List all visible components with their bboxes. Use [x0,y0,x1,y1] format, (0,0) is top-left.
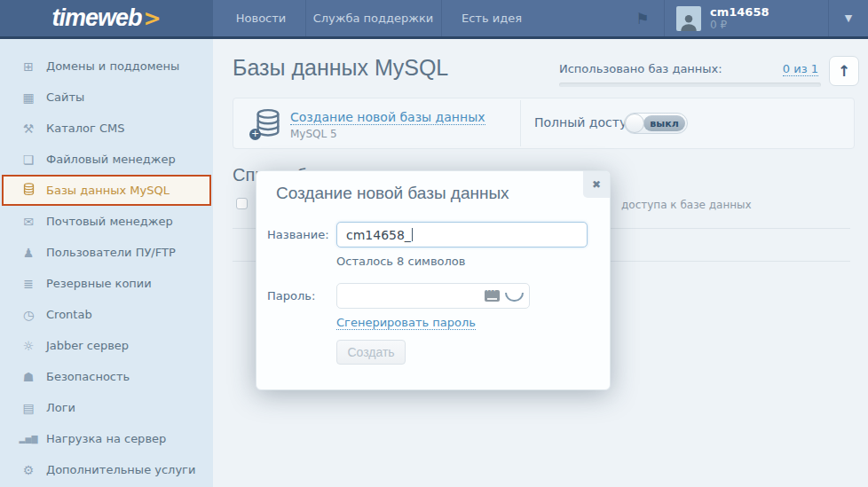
usage-value-link[interactable]: 0 из 1 [747,62,818,75]
sidebar-item-mysql-databases[interactable]: Базы данных MySQL [2,175,211,206]
sidebar: ⊞ Домены и поддомены ▦ Сайты ⚒ Каталог C… [0,39,213,487]
timeweb-logo[interactable]: timeweb > [0,0,213,36]
chevron-down-icon[interactable]: ▼ [829,0,868,36]
sidebar-item-backups[interactable]: ≣ Резервные копии [0,268,213,299]
full-access-label: Полный доступ [534,115,635,130]
header: timeweb > Новости Служба поддержки Есть … [0,0,868,39]
arrow-up-icon: ↑ [838,62,850,80]
sidebar-item-file-manager[interactable]: ❏ Файловый менеджер [0,144,213,175]
scroll-up-button[interactable]: ↑ [829,56,859,86]
nav-news[interactable]: Новости [222,0,300,36]
backups-icon: ≣ [18,277,39,291]
extra-services-icon: ⚙ [18,463,39,477]
cms-catalog-icon: ⚒ [18,122,39,136]
sidebar-item-users-ftp[interactable]: ♟ Пользователи ПУ/FTP [0,237,213,268]
panel-divider [520,100,521,146]
modal-title: Создание новой базы данных [276,184,509,203]
jabber-icon: ☼ [18,339,39,353]
create-database-panel: + Создание новой базы данных MySQL 5 Пол… [233,98,855,149]
virtual-keyboard-icon[interactable] [485,290,500,302]
full-access-toggle[interactable]: выкл [624,113,688,134]
mail-icon: ✉ [18,215,39,229]
sidebar-item-sites[interactable]: ▦ Сайты [0,82,213,113]
sidebar-item-logs[interactable]: ▤ Логи [0,392,213,423]
logo-text: timeweb [51,4,141,32]
sidebar-item-jabber[interactable]: ☼ Jabber сервер [0,330,213,361]
sites-icon: ▦ [18,90,39,105]
sidebar-item-server-load[interactable]: ▂▅▇ Нагрузка на сервер [0,423,213,454]
password-field-label: Пароль: [267,289,315,302]
create-button[interactable]: Создать [336,340,406,365]
usage-label: Использовано баз данных: [559,62,722,75]
generate-password-link[interactable]: Сгенерировать пароль [336,316,476,329]
timeweb-control-panel: timeweb > Новости Служба поддержки Есть … [0,0,868,487]
name-field-label: Название: [267,228,329,241]
file-manager-icon: ❏ [18,153,39,167]
page-title: Базы данных MySQL [233,55,448,81]
create-database-modal: ✖ Создание новой базы данных Название: c… [256,170,611,390]
close-icon[interactable]: ✖ [583,171,610,198]
show-passwords-checkbox[interactable] [236,198,248,209]
checkbox-label-fragment: доступа к базе данных [621,199,752,211]
sidebar-item-security[interactable]: ☗ Безопасность [0,361,213,392]
password-field-wrap [336,283,530,309]
user-login: cm14658 [710,5,769,19]
flag-icon[interactable]: ⚑ [624,0,661,36]
domains-icon: ⊞ [18,59,39,74]
logo-arrow-icon: > [143,6,161,31]
user-avatar [676,6,701,31]
user-account-menu[interactable]: cm14658 0 ₽ [673,0,828,36]
create-database-link[interactable]: Создание новой базы данных [290,110,485,124]
sidebar-item-crontab[interactable]: ◷ Crontab [0,299,213,330]
sidebar-item-domains[interactable]: ⊞ Домены и поддомены [0,51,213,82]
security-icon: ☗ [18,370,39,384]
sidebar-item-mail-manager[interactable]: ✉ Почтовый менеджер [0,206,213,237]
mysql-version-label: MySQL 5 [290,128,337,140]
database-name-input[interactable]: cm14658_ [336,222,588,247]
nav-idea[interactable]: Есть идея [442,0,541,36]
logs-icon: ▤ [18,401,39,415]
password-input[interactable] [336,283,530,309]
plus-badge-icon: + [249,129,261,140]
toggle-state-label: выкл [643,115,685,131]
crontab-icon: ◷ [18,308,39,322]
users-icon: ♟ [18,246,39,260]
chars-remaining-hint: Осталось 8 символов [336,255,465,268]
nav-support[interactable]: Служба поддержки [306,0,440,36]
server-load-icon: ▂▅▇ [18,435,39,444]
text-cursor [412,228,413,241]
database-add-icon: + [253,108,285,140]
person-icon [678,12,699,31]
toggle-knob [625,114,644,133]
database-icon [18,183,39,199]
sidebar-item-cms-catalog[interactable]: ⚒ Каталог CMS [0,113,213,144]
usage-progress-bar [559,82,821,87]
header-separator [664,0,665,36]
database-name-value: cm14658_ [346,228,411,242]
user-balance: 0 ₽ [710,19,769,31]
sidebar-item-extra-services[interactable]: ⚙ Дополнительные услуги [0,454,213,485]
